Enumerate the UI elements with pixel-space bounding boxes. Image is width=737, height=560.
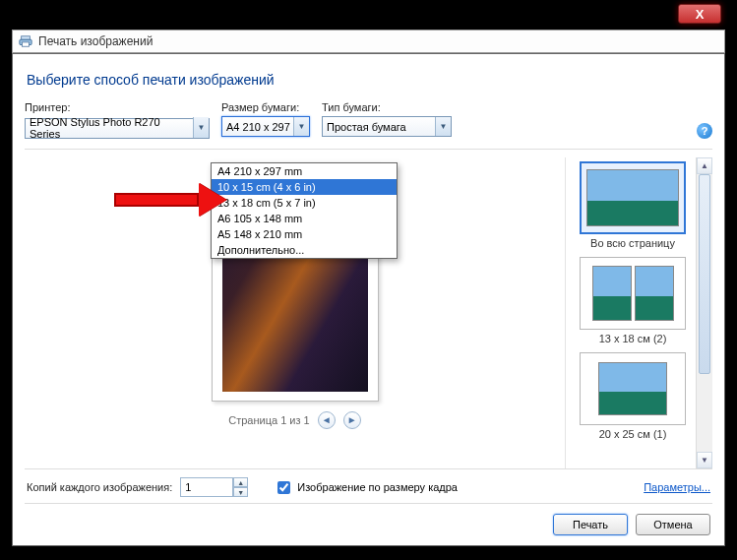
cancel-button[interactable]: Отмена (636, 514, 710, 535)
next-page-button[interactable]: ► (343, 411, 361, 429)
settings-row: Принтер: EPSON Stylus Photo R270 Series … (25, 101, 712, 150)
paper-size-option[interactable]: 10 x 15 cm (4 x 6 in) (212, 179, 397, 195)
print-icon (19, 34, 32, 48)
copies-up-button[interactable]: ▲ (233, 477, 248, 487)
sidebar-scrollbar[interactable]: ▲ ▼ (696, 157, 712, 469)
paper-size-option[interactable]: Дополнительно... (212, 242, 397, 258)
paper-size-select[interactable]: A4 210 x 297 (221, 116, 310, 137)
copies-label: Копий каждого изображения: (27, 481, 172, 493)
svg-rect-2 (23, 42, 30, 46)
dialog-header: Выберите способ печати изображений (25, 66, 712, 101)
fit-to-frame-label: Изображение по размеру кадра (297, 481, 458, 493)
copies-input[interactable] (180, 477, 233, 497)
annotation-arrow (114, 183, 226, 217)
scroll-down-icon[interactable]: ▼ (697, 452, 712, 468)
titlebar: Печать изображений (12, 30, 725, 53)
copies-down-button[interactable]: ▼ (233, 487, 248, 497)
close-icon: X (696, 7, 705, 22)
paper-size-option[interactable]: A6 105 x 148 mm (212, 211, 397, 226)
fit-to-frame-checkbox[interactable] (277, 481, 290, 494)
window-title: Печать изображений (38, 34, 153, 48)
printer-selected-value: EPSON Stylus Photo R270 Series (30, 116, 191, 140)
scroll-thumb[interactable] (699, 174, 710, 374)
layout-sidebar: Во всю страницу13 x 18 см (2)20 x 25 см … (566, 157, 696, 469)
dialog-body: Выберите способ печати изображений Принт… (12, 53, 725, 546)
close-button[interactable]: X (678, 4, 721, 24)
help-icon[interactable]: ? (697, 123, 712, 139)
layout-option[interactable] (580, 257, 686, 330)
paper-type-select[interactable]: Простая бумага (322, 116, 452, 137)
svg-rect-0 (22, 36, 31, 40)
paper-size-selected-value: A4 210 x 297 (226, 121, 290, 133)
paper-size-dropdown: A4 210 x 297 mm10 x 15 cm (4 x 6 in)13 x… (211, 162, 398, 259)
paper-size-label: Размер бумаги: (221, 101, 310, 113)
printer-select[interactable]: EPSON Stylus Photo R270 Series (25, 118, 210, 139)
paper-size-option[interactable]: 13 x 18 cm (5 x 7 in) (212, 195, 397, 211)
layout-option[interactable] (580, 352, 686, 425)
paper-size-option[interactable]: A5 148 x 210 mm (212, 226, 397, 242)
layout-label: 20 x 25 см (1) (599, 428, 667, 440)
paper-size-option[interactable]: A4 210 x 297 mm (212, 163, 397, 179)
scroll-up-icon[interactable]: ▲ (697, 157, 712, 174)
printer-label: Принтер: (25, 101, 210, 113)
layout-label: 13 x 18 см (2) (599, 333, 667, 344)
parameters-link[interactable]: Параметры... (644, 481, 710, 493)
print-button[interactable]: Печать (553, 514, 628, 535)
layout-label: Во всю страницу (590, 237, 675, 249)
pager-text: Страница 1 из 1 (228, 414, 309, 426)
prev-page-button[interactable]: ◄ (318, 411, 336, 429)
layout-option[interactable] (580, 161, 686, 234)
paper-type-label: Тип бумаги: (322, 101, 452, 113)
paper-type-selected-value: Простая бумага (327, 121, 406, 133)
